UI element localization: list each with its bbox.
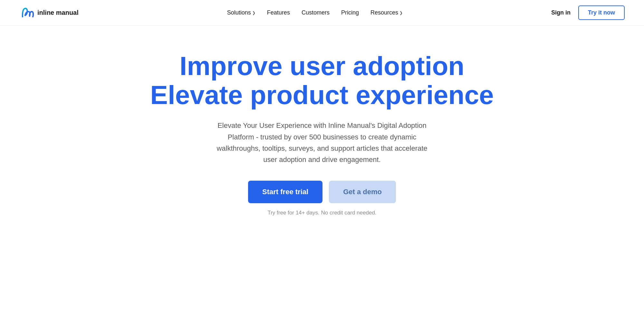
logo-icon xyxy=(19,5,35,21)
hero-section: Improve user adoption Elevate product ex… xyxy=(0,26,644,235)
nav-item-customers[interactable]: Customers xyxy=(302,9,330,16)
nav-item-pricing[interactable]: Pricing xyxy=(341,9,359,16)
nav-center: Solutions ❯ Features Customers Pricing R… xyxy=(227,9,403,16)
brand-name: inline manual xyxy=(37,9,79,16)
solutions-chevron-icon: ❯ xyxy=(252,11,255,15)
try-now-button[interactable]: Try it now xyxy=(578,5,625,20)
sign-in-button[interactable]: Sign in xyxy=(551,9,571,16)
navbar: inline manual Solutions ❯ Features Custo… xyxy=(0,0,644,26)
nav-item-solutions[interactable]: Solutions ❯ xyxy=(227,9,255,16)
trial-note: Try free for 14+ days. No credit card ne… xyxy=(267,210,376,216)
hero-cta-group: Start free trial Get a demo xyxy=(248,181,396,203)
nav-right: Sign in Try it now xyxy=(551,5,625,20)
nav-item-resources[interactable]: Resources ❯ xyxy=(370,9,403,16)
resources-chevron-icon: ❯ xyxy=(399,11,403,15)
nav-item-features[interactable]: Features xyxy=(267,9,290,16)
logo-area: inline manual xyxy=(19,5,79,21)
get-demo-button[interactable]: Get a demo xyxy=(329,181,396,203)
hero-title: Improve user adoption Elevate product ex… xyxy=(150,52,494,109)
hero-subtitle: Elevate Your User Experience with Inline… xyxy=(209,120,435,165)
start-free-trial-button[interactable]: Start free trial xyxy=(248,181,322,203)
